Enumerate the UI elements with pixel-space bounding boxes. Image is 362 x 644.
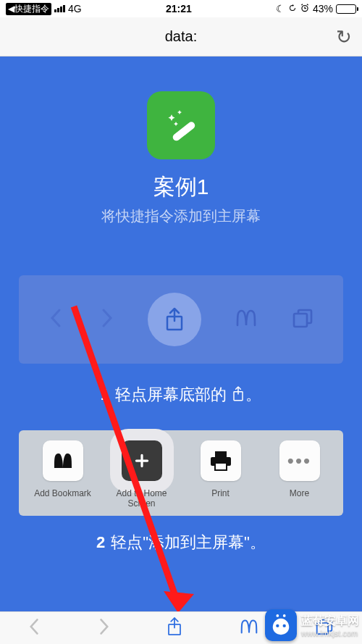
svg-rect-8 — [215, 463, 227, 470]
add-bookmark-icon — [43, 440, 83, 481]
watermark-url: www.lmkjst.com — [301, 629, 359, 637]
alarm-icon — [300, 3, 310, 15]
watermark: 蓝莓安卓网 www.lmkjst.com — [265, 609, 359, 641]
battery-icon — [336, 4, 356, 14]
network-type: 4G — [68, 3, 82, 14]
example-safari-toolbar — [19, 275, 343, 364]
share-highlight — [148, 293, 201, 346]
step-2-text: 2轻点"添加到主屏幕"。 — [0, 532, 362, 553]
share-item-bookmark: Add Bookmark — [28, 440, 98, 509]
forward-icon — [98, 307, 114, 332]
back-button[interactable] — [28, 617, 41, 639]
share-icon — [164, 306, 185, 333]
hero: 案例1 将快捷指令添加到主屏幕 — [0, 57, 362, 226]
print-icon — [201, 440, 241, 481]
bookmarks-icon — [235, 308, 258, 331]
battery-pct: 43% — [313, 3, 333, 14]
svg-point-16 — [276, 624, 279, 627]
share-icon-inline — [231, 385, 245, 403]
share-item-more: ••• More — [264, 440, 334, 509]
signal-icon — [54, 5, 65, 12]
status-bar: ◀快捷指令 4G 21:21 ☾ 43% — [0, 0, 362, 17]
svg-point-15 — [283, 614, 286, 617]
svg-point-17 — [283, 624, 286, 627]
share-item-print: Print — [185, 440, 256, 509]
clock: 21:21 — [166, 3, 192, 14]
moon-icon: ☾ — [276, 3, 285, 14]
step-1-text: 1轻点屏幕底部的 。 — [0, 384, 362, 406]
bookmarks-button[interactable] — [239, 618, 259, 638]
share-button[interactable] — [166, 616, 183, 640]
share-item-homescreen: Add to Home Screen — [106, 440, 177, 509]
more-icon: ••• — [279, 440, 320, 481]
svg-rect-4 — [294, 314, 307, 327]
svg-point-14 — [276, 614, 279, 617]
reload-icon[interactable]: ↻ — [336, 25, 352, 48]
tabs-icon — [292, 308, 313, 331]
address-bar[interactable]: data: ↻ — [0, 17, 362, 57]
back-to-app[interactable]: ◀快捷指令 — [6, 3, 51, 15]
shortcut-title: 案例1 — [0, 172, 362, 202]
shortcut-subtitle: 将快捷指令添加到主屏幕 — [0, 206, 362, 226]
example-share-sheet: Add Bookmark Add to Home Screen Print ••… — [19, 430, 343, 516]
watermark-name: 蓝莓安卓网 — [301, 614, 359, 627]
shortcut-app-icon — [147, 91, 215, 159]
forward-button[interactable] — [97, 617, 110, 639]
page-content: 案例1 将快捷指令添加到主屏幕 1轻点屏幕底部的 。 — [0, 57, 362, 611]
add-homescreen-icon — [122, 440, 162, 481]
url-text: data: — [165, 28, 197, 45]
lock-icon — [288, 3, 297, 14]
watermark-logo-icon — [265, 609, 297, 641]
svg-rect-6 — [215, 451, 227, 457]
back-icon — [49, 307, 64, 332]
svg-marker-10 — [164, 591, 194, 611]
